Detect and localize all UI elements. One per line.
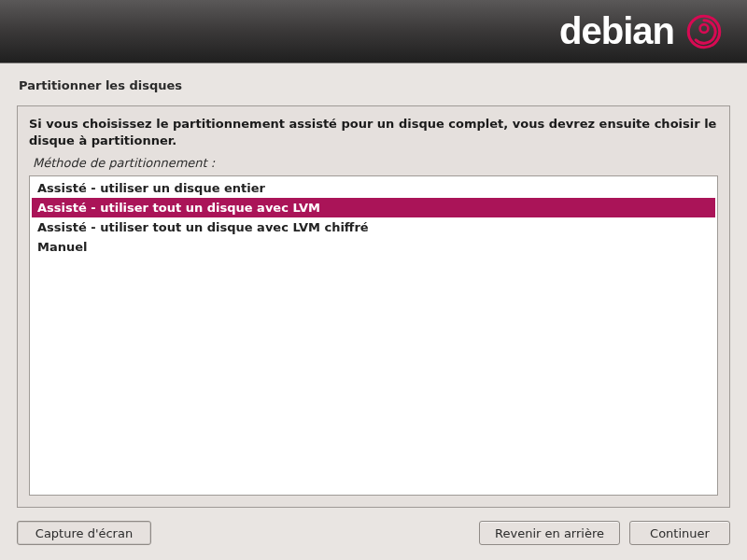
debian-logo: debian bbox=[559, 10, 725, 52]
debian-swirl-icon bbox=[684, 11, 725, 52]
continue-button[interactable]: Continuer bbox=[629, 521, 730, 545]
footer-toolbar: Capture d'écran Revenir en arrière Conti… bbox=[0, 508, 747, 560]
footer-right: Revenir en arrière Continuer bbox=[479, 521, 730, 545]
method-label: Méthode de partitionnement : bbox=[33, 156, 718, 170]
instruction-text: Si vous choisissez le partitionnement as… bbox=[29, 116, 718, 148]
partition-panel: Si vous choisissez le partitionnement as… bbox=[17, 105, 730, 508]
screenshot-button[interactable]: Capture d'écran bbox=[17, 521, 151, 545]
installer-header: debian bbox=[0, 0, 747, 63]
option-whole-disk-lvm[interactable]: Assisté - utiliser tout un disque avec L… bbox=[32, 198, 715, 217]
content-area: Partitionner les disques Si vous choisis… bbox=[0, 63, 747, 508]
brand-text: debian bbox=[559, 10, 674, 52]
page-title: Partitionner les disques bbox=[17, 78, 730, 92]
partition-method-listbox[interactable]: Assisté - utiliser un disque entier Assi… bbox=[29, 175, 718, 496]
option-manual[interactable]: Manuel bbox=[32, 237, 715, 257]
option-whole-disk[interactable]: Assisté - utiliser un disque entier bbox=[32, 178, 715, 198]
option-whole-disk-lvm-encrypted[interactable]: Assisté - utiliser tout un disque avec L… bbox=[32, 217, 715, 237]
back-button[interactable]: Revenir en arrière bbox=[479, 521, 620, 545]
svg-point-1 bbox=[700, 24, 709, 33]
